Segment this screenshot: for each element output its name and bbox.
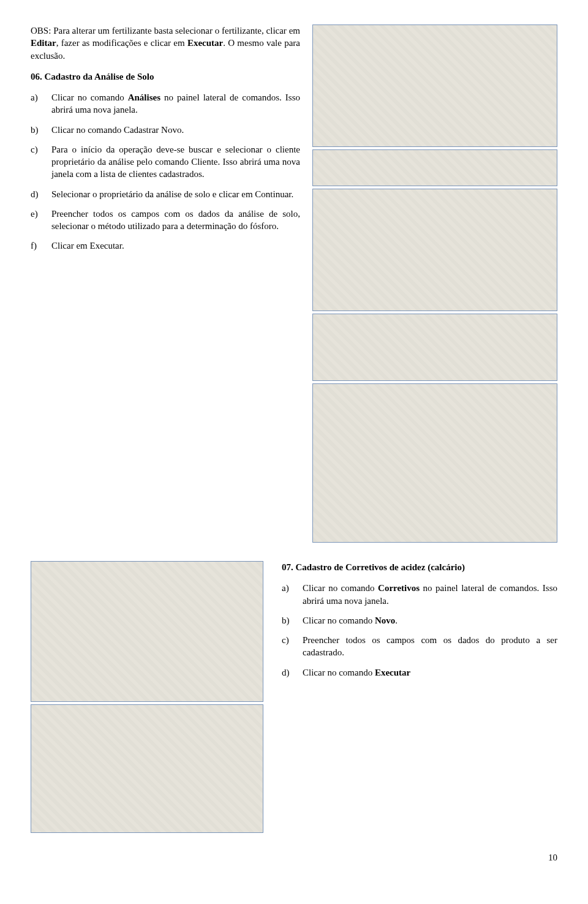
item-06e: e) Preencher todos os campos com os dado… — [31, 208, 300, 233]
obs-editar: Editar — [31, 38, 56, 48]
item-06f: f) Clicar em Executar. — [31, 239, 300, 252]
screenshot-cadub-main — [312, 24, 557, 147]
item-07d-pre: Clicar no comando — [303, 668, 375, 677]
item-06d: d) Selecionar o proprietário da análise … — [31, 188, 300, 200]
item-07a-bold: Corretivos — [378, 583, 420, 593]
item-07d-bold: Executar — [375, 668, 410, 677]
item-06a-label: a) — [31, 91, 45, 116]
item-06e-label: e) — [31, 208, 45, 233]
item-07b: b) Clicar no comando Novo. — [282, 614, 557, 627]
item-06c-label: c) — [31, 143, 45, 181]
item-06c: c) Para o início da operação deve-se bus… — [31, 143, 300, 181]
item-07c: c) Preencher todos os campos com os dado… — [282, 634, 557, 659]
item-07c-text: Preencher todos os campos com os dados d… — [303, 634, 557, 659]
item-06d-label: d) — [31, 188, 45, 200]
item-06b-label: b) — [31, 124, 45, 136]
item-06a-bold: Análises — [128, 92, 160, 102]
item-07b-label: b) — [282, 614, 296, 627]
page-number: 10 — [31, 851, 557, 864]
screenshot-analises-header — [312, 149, 557, 186]
obs-text: OBS: Para alterar um fertilizante basta … — [31, 26, 300, 36]
obs-paragraph: OBS: Para alterar um fertilizante basta … — [31, 24, 300, 62]
item-06d-text: Selecionar o proprietário da análise de … — [51, 188, 300, 200]
item-07b-bold: Novo — [375, 616, 395, 625]
item-07a-label: a) — [282, 582, 296, 607]
screenshot-clientes-cadastrados — [312, 189, 557, 311]
screenshot-corretivos-window — [31, 704, 263, 833]
item-06e-text: Preencher todos os campos com os dados d… — [51, 208, 300, 233]
item-06b-text: Clicar no comando Cadastrar Novo. — [51, 124, 300, 136]
screenshot-analise-form-1 — [312, 314, 557, 381]
item-07a-pre: Clicar no comando — [303, 583, 378, 593]
item-06c-text: Para o início da operação deve-se buscar… — [51, 143, 300, 181]
item-06f-label: f) — [31, 239, 45, 252]
item-06a-pre: Clicar no comando — [51, 92, 128, 102]
item-07b-post: . — [395, 616, 398, 625]
item-07d-label: d) — [282, 666, 296, 679]
item-07a: a) Clicar no comando Corretivos no paine… — [282, 582, 557, 607]
item-06b: b) Clicar no comando Cadastrar Novo. — [31, 124, 300, 136]
section-07-title: 07. Cadastro de Corretivos de acidez (ca… — [282, 561, 557, 573]
screenshot-sidebar-corretivos — [31, 561, 263, 702]
obs-mid: , fazer as modificações e clicar em — [56, 38, 187, 48]
item-06a: a) Clicar no comando Análises no painel … — [31, 91, 300, 116]
item-07c-label: c) — [282, 634, 296, 659]
item-07d: d) Clicar no comando Executar — [282, 666, 557, 679]
screenshot-analise-form-2 — [312, 383, 557, 543]
section-06-title: 06. Cadastro da Análise de Solo — [31, 70, 300, 83]
item-07b-pre: Clicar no comando — [303, 616, 375, 625]
obs-executar: Executar — [187, 38, 223, 48]
item-06f-text: Clicar em Executar. — [51, 239, 300, 252]
